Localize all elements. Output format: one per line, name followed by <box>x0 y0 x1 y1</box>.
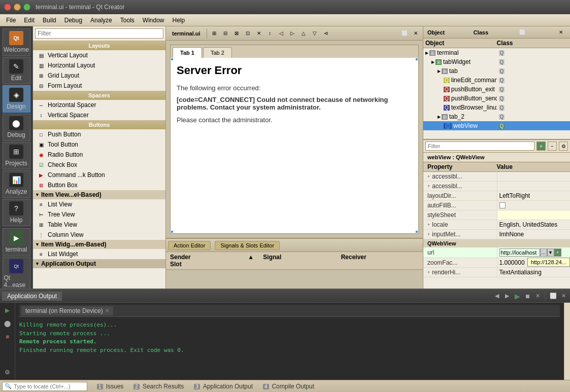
align-top-btn[interactable]: △ <box>298 28 309 39</box>
mode-analyze[interactable]: 📊 Analyze <box>3 170 30 198</box>
locate-input[interactable] <box>14 383 85 389</box>
tree-item-terminal[interactable]: ▶ ⊞ terminal Q <box>423 48 570 57</box>
filter-add-btn[interactable]: + <box>537 141 546 151</box>
mode-edit[interactable]: ✎ Edit <box>3 57 30 84</box>
maximize-button[interactable] <box>23 4 30 11</box>
tree-item-tabwidget[interactable]: ▶ ⊞ tabWidget Q <box>423 57 570 66</box>
menu-edit[interactable]: Edit <box>20 16 39 25</box>
prop-accessible1[interactable]: +accessibl... <box>423 172 570 182</box>
mode-welcome[interactable]: Qt Welcome <box>3 28 30 56</box>
url-input[interactable] <box>499 248 540 257</box>
mode-help[interactable]: ? Help <box>3 199 30 226</box>
app-output-tab[interactable]: Application Output <box>2 292 62 301</box>
menu-tools[interactable]: Tools <box>116 16 139 25</box>
tree-item-lineedit[interactable]: Q lineEdit_commandline Q <box>423 76 570 85</box>
menu-debug[interactable]: Debug <box>60 16 86 25</box>
sidebar-item-grid-layout[interactable]: ⊞ Grid Layout <box>33 70 165 81</box>
sidebar-item-check-box[interactable]: ☑ Check Box <box>33 160 165 170</box>
panel-close-btn[interactable]: ✕ <box>556 27 566 38</box>
sidebar-item-list-view[interactable]: ≡ List View <box>33 199 165 209</box>
autofill-checkbox[interactable] <box>499 202 506 208</box>
prop-url[interactable]: url ... ▼ + http://128.24... <box>423 247 570 258</box>
menu-build[interactable]: Build <box>39 16 60 25</box>
menu-window[interactable]: Window <box>139 16 169 25</box>
layout-h-btn[interactable]: ⊞ <box>209 28 219 39</box>
adjust-size-btn[interactable]: ↕ <box>265 28 275 39</box>
panel-undock-btn[interactable]: ⬜ <box>517 27 527 38</box>
tree-item-pushsend[interactable]: Q pushButton_sendcmd Q <box>423 94 570 103</box>
stop-btn[interactable]: ■ <box>2 331 13 342</box>
tree-item-tab[interactable]: ▶ ⊞ tab Q <box>423 66 570 76</box>
mode-terminal[interactable]: ▶ terminal <box>3 228 30 256</box>
prop-accessible2[interactable]: +accessibl... <box>423 182 570 191</box>
sidebar-item-push-button[interactable]: □ Push Button <box>33 129 165 139</box>
nav-clear-btn[interactable]: ✕ <box>533 292 542 301</box>
handle-br[interactable] <box>415 230 418 233</box>
sidebar-item-button-box[interactable]: ⊠ Button Box <box>33 180 165 190</box>
sidebar-item-column-view[interactable]: ⋮ Column View <box>33 230 165 240</box>
section-item-widget[interactable]: ▼ Item Widg...em-Based) <box>33 240 165 249</box>
filter-options-btn[interactable]: ⚙ <box>559 141 568 151</box>
action-editor-tab[interactable]: Action Editor <box>168 241 211 250</box>
mode-design[interactable]: ◈ Design <box>3 85 30 113</box>
terminal-close-btn[interactable]: ✕ <box>105 308 109 313</box>
tree-item-tab2[interactable]: ▶ ⊞ tab_2 Q <box>423 112 570 121</box>
close-button[interactable] <box>4 4 11 11</box>
nav-stop-btn[interactable]: ⏹ <box>523 292 532 301</box>
handle-tl[interactable] <box>171 58 174 61</box>
prop-stylesheet[interactable]: styleSheet <box>423 210 570 220</box>
tab-1[interactable]: Tab 1 <box>173 47 202 58</box>
minimize-button[interactable] <box>14 4 21 11</box>
prop-locale[interactable]: +locale English, UnitedStates <box>423 220 570 230</box>
sidebar-item-horizontal-layout[interactable]: ▥ Horizontal Layout <box>33 60 165 70</box>
sidebar-item-vertical-layout[interactable]: ▤ Vertical Layout <box>33 50 165 60</box>
prop-layoutdir[interactable]: layoutDir... LeftToRight <box>423 191 570 201</box>
nav-next-btn[interactable]: ▶ <box>502 292 512 301</box>
url-btn2[interactable]: ▼ <box>547 248 554 257</box>
filter-input[interactable] <box>35 28 163 39</box>
window-controls[interactable] <box>4 4 30 11</box>
debug-run-btn[interactable]: ⬤ <box>2 318 13 329</box>
layout-grid-btn[interactable]: ⊠ <box>231 28 242 39</box>
close-output-btn[interactable]: ✕ <box>559 292 568 301</box>
mode-qt4[interactable]: Qt Qt 4...ease <box>3 257 30 289</box>
filter-remove-btn[interactable]: − <box>548 141 557 151</box>
mode-projects[interactable]: ⊞ Projects <box>3 142 30 169</box>
terminal-remote-tab[interactable]: terminal (on Remote Device) ✕ <box>21 306 113 315</box>
menu-help[interactable]: Help <box>169 16 189 25</box>
sidebar-item-radio-button[interactable]: ◉ Radio Button <box>33 150 165 160</box>
tree-item-pushexit[interactable]: Q pushButton_exit Q <box>423 85 570 94</box>
sidebar-item-h-spacer[interactable]: ↔ Horizontal Spacer <box>33 100 165 110</box>
menu-analyze[interactable]: Analyze <box>86 16 116 25</box>
nav-prev-btn[interactable]: ◀ <box>492 292 501 301</box>
handle-bl[interactable] <box>171 230 174 233</box>
prop-autofill[interactable]: autoFillB... <box>423 201 570 210</box>
handle-tr[interactable] <box>415 58 418 61</box>
mode-debug[interactable]: ⬤ Debug <box>3 114 30 141</box>
tab-2[interactable]: Tab 2 <box>203 47 232 58</box>
section-app-output-sidebar[interactable]: ▼ Application Output <box>33 259 165 268</box>
prop-inputmethod[interactable]: +inputMet... ImhNone <box>423 230 570 239</box>
tab-order-btn[interactable]: ⊲ <box>321 28 331 39</box>
align-right-btn[interactable]: ▷ <box>287 28 297 39</box>
align-left-btn[interactable]: ◁ <box>276 28 286 39</box>
float-output-btn[interactable]: ⬜ <box>549 292 558 301</box>
sidebar-item-v-spacer[interactable]: ↕ Vertical Spacer <box>33 110 165 120</box>
break-layout-btn[interactable]: ✕ <box>254 28 264 39</box>
status-tab-output[interactable]: 3 Application Output <box>189 382 257 391</box>
signals-slots-tab[interactable]: Signals & Slots Editor <box>215 241 280 250</box>
properties-filter-input[interactable] <box>425 141 534 151</box>
sidebar-item-table-view[interactable]: ⊞ Table View <box>33 220 165 230</box>
sidebar-item-form-layout[interactable]: ⊟ Form Layout <box>33 81 165 91</box>
run-btn[interactable]: ▶ <box>2 305 13 316</box>
section-item-view[interactable]: ▼ Item View...el-Based) <box>33 190 165 199</box>
layout-v-btn[interactable]: ⊟ <box>220 28 230 39</box>
status-tab-issues[interactable]: 1 Issues <box>92 382 128 391</box>
layout-form-btn[interactable]: ⊡ <box>243 28 253 39</box>
nav-run-btn[interactable]: ▶ <box>513 292 522 301</box>
settings-btn[interactable]: ⚙ <box>2 367 13 378</box>
status-tab-compile[interactable]: 4 Compile Output <box>258 382 319 391</box>
url-btn3[interactable]: + <box>554 248 561 257</box>
sidebar-item-command-button[interactable]: ▶ Command ...k Button <box>33 170 165 180</box>
tree-item-webview[interactable]: 🌐 webView Q <box>423 121 570 130</box>
